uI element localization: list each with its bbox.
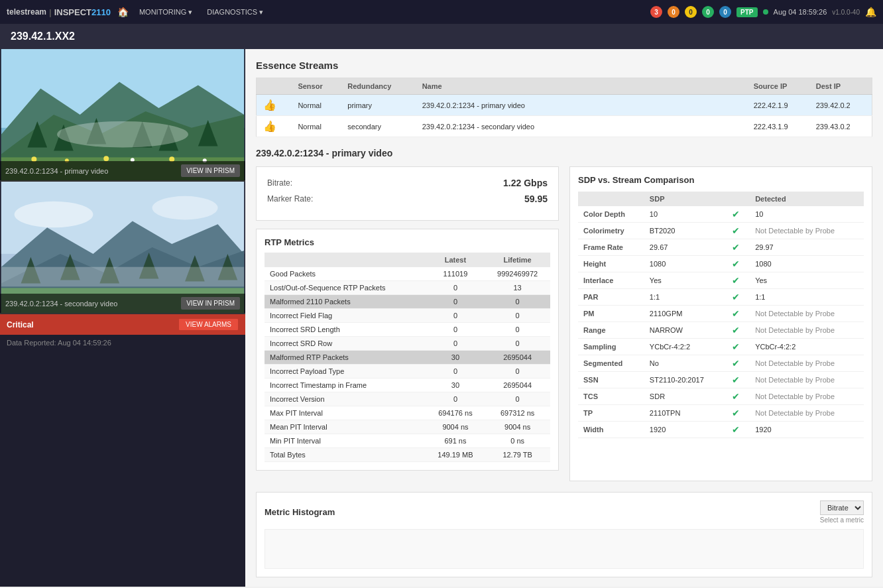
sdp-row-detected: Not Detectable by Probe [750, 405, 864, 422]
marker-rate-label: Marker Rate: [267, 194, 313, 204]
sdp-row-detected: 10 [750, 206, 864, 223]
sdp-row-field: Segmented [578, 355, 644, 372]
rtp-row-label: Malformed 2110 Packets [265, 295, 426, 309]
video-thumb-secondary-overlay: 239.42.0.2:1234 - secondary video VIEW I… [0, 294, 245, 313]
home-icon[interactable]: 🏠 [117, 7, 129, 17]
data-reported: Data Reported: Aug 04 14:59:26 [0, 335, 245, 351]
rtp-row-latest: 0 [426, 392, 485, 406]
sdp-row: PAR 1:1 ✔ 1:1 [578, 289, 864, 306]
sdp-row-detected: Not Detectable by Probe [750, 372, 864, 388]
rtp-row-lifetime: 697312 ns [485, 406, 550, 420]
sdp-row-sdp: 1:1 [644, 289, 727, 306]
rtp-row-latest: 9004 ns [426, 420, 485, 434]
sdp-row-sdp: NARROW [644, 322, 727, 339]
view-alarms-button[interactable]: VIEW ALARMS [178, 318, 239, 331]
rtp-metrics-table: Latest Lifetime Good Packets 111019 9992… [265, 253, 550, 462]
rtp-row: Max PIT Interval 694176 ns 697312 ns [265, 406, 550, 420]
badge-red: 3 [650, 6, 662, 18]
col-name-header: Redundancy [341, 78, 415, 95]
sdp-col-detected: Detected [750, 192, 864, 206]
rtp-row-lifetime: 9004 ns [485, 420, 550, 434]
sdp-row-sdp: 1920 [644, 422, 727, 438]
essence-row-secondary[interactable]: 👍 Normal secondary 239.42.0.2:1234 - sec… [257, 116, 872, 137]
ptp-status-dot [763, 9, 768, 15]
rtp-row: Min PIT Interval 691 ns 0 ns [265, 434, 550, 448]
row1-redundancy: primary [341, 95, 415, 116]
histogram-control: Bitrate Select a metric [820, 500, 864, 524]
sdp-row: Sampling YCbCr-4:2:2 ✔ YCbCr-4:2:2 [578, 339, 864, 355]
diagnostics-menu[interactable]: DIAGNOSTICS ▾ [203, 8, 267, 17]
sdp-row-match-icon: ✔ [727, 422, 750, 438]
sdp-row-field: Range [578, 322, 644, 339]
rtp-row-label: Incorrect SRD Length [265, 323, 426, 337]
rtp-row-latest: 0 [426, 295, 485, 309]
rtp-row-label: Incorrect Version [265, 392, 426, 406]
col-redundancy: Sensor [291, 78, 341, 95]
view-in-prism-primary-button[interactable]: VIEW IN PRISM [181, 164, 240, 177]
rtp-row-lifetime: 2695044 [485, 351, 550, 365]
rtp-row-lifetime: 0 [485, 323, 550, 337]
sdp-row-field: SSN [578, 372, 644, 388]
bitrate-value: 1.22 Gbps [503, 178, 548, 188]
sdp-row-field: TP [578, 405, 644, 422]
rtp-row-label: Mean PIT Interval [265, 420, 426, 434]
sdp-row-detected: 1920 [750, 422, 864, 438]
sdp-row-match-icon: ✔ [727, 272, 750, 289]
logo-text: telestream [7, 7, 46, 17]
rtp-row-lifetime: 9992469972 [485, 267, 550, 281]
sdp-row: Frame Rate 29.67 ✔ 29.97 [578, 239, 864, 256]
essence-row-primary[interactable]: 👍 Normal primary 239.42.0.2:1234 - prima… [257, 95, 872, 116]
monitoring-menu[interactable]: MONITORING ▾ [135, 8, 196, 17]
row2-sensor: Normal [291, 116, 341, 137]
rtp-row-latest: 0 [426, 309, 485, 323]
rtp-row: Malformed 2110 Packets 0 0 [265, 295, 550, 309]
rtp-row-latest: 691 ns [426, 434, 485, 448]
sdp-row-field: Sampling [578, 339, 644, 355]
marker-rate-row: Marker Rate: 59.95 [267, 194, 548, 204]
histogram-metric-select[interactable]: Bitrate [820, 500, 864, 515]
sdp-row-field: Colorimetry [578, 223, 644, 239]
bell-icon[interactable]: 🔔 [865, 7, 876, 17]
view-in-prism-secondary-button[interactable]: VIEW IN PRISM [181, 297, 240, 310]
svg-rect-31 [1, 267, 244, 287]
sdp-comparison-title: SDP vs. Stream Comparison [578, 175, 864, 185]
sdp-row: Segmented No ✔ Not Detectable by Probe [578, 355, 864, 372]
sdp-row-match-icon: ✔ [727, 339, 750, 355]
sdp-row-field: Width [578, 422, 644, 438]
right-panel: Essence Streams Sensor Redundancy Name S… [245, 49, 883, 587]
row1-dest-ip: 239.42.0.2 [809, 95, 872, 116]
row2-source-ip: 222.43.1.9 [747, 116, 809, 137]
rtp-row: Incorrect Field Flag 0 0 [265, 309, 550, 323]
main-layout: 239.42.0.2:1234 - primary video VIEW IN … [0, 49, 883, 587]
sdp-row-match-icon: ✔ [727, 223, 750, 239]
sdp-row-sdp: BT2020 [644, 223, 727, 239]
rtp-row: Good Packets 111019 9992469972 [265, 267, 550, 281]
rtp-row-lifetime: 0 [485, 392, 550, 406]
ptp-badge: PTP [736, 7, 757, 17]
rtp-row-latest: 30 [426, 351, 485, 365]
svg-point-22 [15, 202, 93, 228]
rtp-col-latest: Latest [426, 253, 485, 267]
sdp-row-detected: 1:1 [750, 289, 864, 306]
monitoring-chevron-icon: ▾ [188, 8, 192, 17]
sdp-row-match-icon: ✔ [727, 405, 750, 422]
row2-dest-ip: 239.43.0.2 [809, 116, 872, 137]
badge-yellow: 0 [685, 6, 697, 18]
sdp-row-field: Frame Rate [578, 239, 644, 256]
critical-bar: Critical VIEW ALARMS [0, 314, 245, 335]
badge-blue: 0 [719, 6, 731, 18]
left-panel: 239.42.0.2:1234 - primary video VIEW IN … [0, 49, 245, 587]
rtp-col-lifetime: Lifetime [485, 253, 550, 267]
rtp-row-label: Lost/Out-of-Sequence RTP Packets [265, 281, 426, 295]
sdp-row-detected: Not Detectable by Probe [750, 306, 864, 322]
rtp-row-latest: 0 [426, 365, 485, 379]
rtp-row-label: Incorrect SRD Row [265, 337, 426, 351]
col-stream-name: Name [416, 78, 747, 95]
sdp-row-match-icon: ✔ [727, 322, 750, 339]
page-title-bar: 239.42.1.XX2 [0, 24, 883, 49]
video-thumb-primary-overlay: 239.42.0.2:1234 - primary video VIEW IN … [0, 161, 245, 180]
sdp-row-field: Interlace [578, 272, 644, 289]
rtp-row-lifetime: 0 [485, 295, 550, 309]
rtp-row: Mean PIT Interval 9004 ns 9004 ns [265, 420, 550, 434]
row1-sensor: Normal [291, 95, 341, 116]
